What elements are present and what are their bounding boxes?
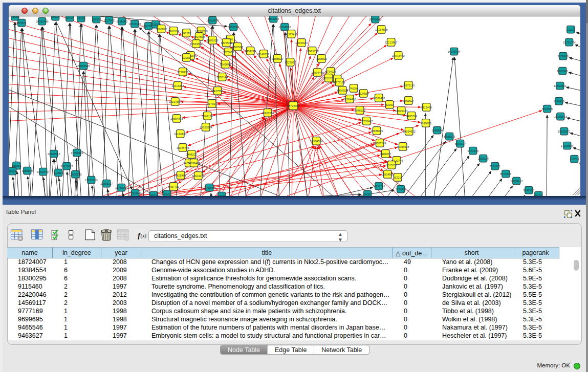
- svg-text:391295: 391295: [182, 32, 191, 35]
- svg-text:9242848: 9242848: [220, 63, 231, 66]
- svg-text:1615112: 1615112: [386, 164, 397, 167]
- svg-text:13353594: 13353594: [200, 126, 212, 129]
- svg-text:18235: 18235: [77, 17, 85, 20]
- svg-text:9146821: 9146821: [258, 53, 269, 56]
- svg-text:9777169: 9777169: [334, 81, 345, 84]
- svg-text:12923446: 12923446: [129, 192, 141, 195]
- svg-text:16033809: 16033809: [206, 19, 219, 22]
- svg-text:30975887: 30975887: [60, 165, 73, 168]
- svg-text:3984067: 3984067: [380, 152, 391, 156]
- svg-text:18640910: 18640910: [295, 41, 308, 45]
- svg-text:15716485: 15716485: [203, 186, 215, 189]
- svg-text:8813014: 8813014: [268, 17, 279, 20]
- svg-text:12975115: 12975115: [402, 84, 415, 87]
- svg-text:6679197: 6679197: [455, 142, 466, 145]
- svg-text:1527602: 1527602: [104, 19, 115, 22]
- svg-text:16648784: 16648784: [448, 50, 460, 53]
- svg-text:1640954: 1640954: [432, 129, 443, 132]
- svg-text:9457791: 9457791: [168, 185, 179, 188]
- svg-text:114519: 114519: [54, 171, 63, 174]
- svg-text:14136141: 14136141: [373, 185, 385, 188]
- svg-text:16046786: 16046786: [177, 146, 189, 149]
- svg-text:54099489: 54099489: [188, 162, 200, 165]
- svg-text:9699695: 9699695: [421, 122, 431, 125]
- svg-text:9495764: 9495764: [406, 115, 417, 118]
- svg-text:10923: 10923: [52, 16, 59, 18]
- svg-text:12213363: 12213363: [171, 84, 184, 87]
- svg-text:19904448: 19904448: [311, 71, 323, 74]
- svg-text:6466160: 6466160: [117, 20, 127, 23]
- svg-text:20876862: 20876862: [369, 18, 381, 21]
- svg-text:12505135: 12505135: [69, 173, 81, 176]
- svg-text:1588520: 1588520: [272, 57, 283, 60]
- svg-text:15900285: 15900285: [262, 112, 274, 115]
- svg-text:39154: 39154: [9, 170, 16, 173]
- svg-text:10107554: 10107554: [169, 100, 181, 103]
- svg-text:3267130: 3267130: [202, 115, 213, 118]
- svg-text:10756928: 10756928: [397, 145, 409, 148]
- svg-text:86753: 86753: [535, 194, 542, 196]
- svg-text:3960124: 3960124: [168, 30, 179, 33]
- svg-text:9827508: 9827508: [194, 35, 205, 38]
- svg-text:8938923: 8938923: [444, 135, 455, 138]
- svg-text:19654923: 19654923: [403, 130, 415, 133]
- svg-text:16914479: 16914479: [192, 174, 204, 178]
- svg-text:18807249: 18807249: [374, 142, 386, 145]
- svg-text:10973493: 10973493: [392, 54, 404, 57]
- svg-text:10423: 10423: [218, 194, 226, 196]
- svg-text:18635: 18635: [11, 16, 19, 18]
- svg-text:10958117: 10958117: [100, 182, 113, 185]
- svg-text:9327508: 9327508: [221, 41, 232, 45]
- svg-text:105532: 105532: [92, 18, 101, 21]
- svg-text:3498222: 3498222: [186, 153, 197, 156]
- svg-text:13524851: 13524851: [381, 173, 394, 176]
- svg-text:8454749: 8454749: [245, 50, 256, 53]
- svg-text:16782759: 16782759: [115, 186, 127, 189]
- svg-text:2803144: 2803144: [217, 76, 228, 79]
- svg-text:16961758: 16961758: [306, 50, 318, 53]
- svg-text:59117: 59117: [66, 16, 74, 19]
- svg-text:10807487: 10807487: [373, 97, 385, 100]
- svg-text:8186328: 8186328: [207, 39, 218, 42]
- svg-text:10654112: 10654112: [510, 180, 522, 183]
- svg-text:3624554: 3624554: [358, 92, 369, 95]
- svg-text:905572: 905572: [17, 21, 26, 25]
- svg-text:9227342: 9227342: [557, 70, 568, 73]
- svg-text:17957253: 17957253: [85, 179, 97, 182]
- svg-text:19218596: 19218596: [278, 26, 291, 29]
- svg-text:17359934: 17359934: [71, 151, 83, 155]
- svg-text:12213967: 12213967: [385, 41, 397, 44]
- svg-text:635061: 635061: [12, 164, 21, 167]
- svg-text:7663822: 7663822: [156, 28, 167, 31]
- svg-text:6794028: 6794028: [325, 70, 336, 73]
- svg-text:9115460: 9115460: [421, 106, 432, 109]
- svg-text:20364436: 20364436: [343, 98, 356, 101]
- svg-text:10688609: 10688609: [371, 129, 383, 133]
- svg-text:15751074: 15751074: [563, 41, 575, 44]
- svg-text:15692971: 15692971: [558, 130, 570, 133]
- svg-text:10719155: 10719155: [128, 23, 141, 26]
- svg-text:15720407: 15720407: [360, 120, 373, 123]
- svg-text:7857224: 7857224: [228, 26, 239, 29]
- svg-text:2935114: 2935114: [478, 157, 489, 160]
- svg-text:417004: 417004: [207, 102, 216, 105]
- svg-text:12942757: 12942757: [37, 170, 49, 173]
- svg-text:7632621: 7632621: [490, 165, 500, 168]
- svg-text:116753: 116753: [570, 158, 579, 161]
- svg-text:19166827: 19166827: [174, 133, 186, 136]
- svg-text:20691406: 20691406: [36, 20, 48, 23]
- svg-text:8923: 8923: [150, 194, 157, 196]
- svg-text:18724007: 18724007: [287, 104, 299, 107]
- svg-text:7625402: 7625402: [176, 174, 186, 177]
- svg-text:10025433: 10025433: [395, 110, 407, 113]
- svg-text:6497508: 6497508: [337, 89, 348, 92]
- svg-text:9329966: 9329966: [558, 55, 569, 58]
- svg-text:8471676: 8471676: [500, 172, 511, 176]
- svg-text:11325419: 11325419: [285, 33, 297, 36]
- svg-text:2718126: 2718126: [178, 71, 188, 74]
- svg-text:11123: 11123: [567, 28, 574, 31]
- svg-text:9435: 9435: [364, 193, 371, 196]
- svg-text:19654943: 19654943: [170, 117, 183, 120]
- svg-text:3875685: 3875685: [223, 51, 234, 54]
- svg-text:26053346: 26053346: [77, 64, 90, 68]
